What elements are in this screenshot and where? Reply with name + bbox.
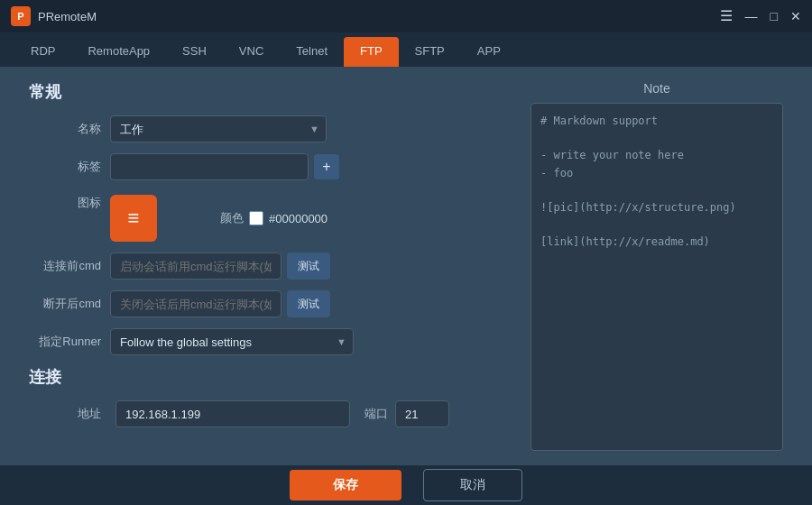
- tag-input[interactable]: [110, 153, 309, 180]
- icon-label: 图标: [29, 195, 101, 211]
- runner-row: 指定Runner Follow the global settings ▼: [29, 328, 509, 355]
- titlebar: P PRemoteM ☰ — □ ✕: [0, 0, 812, 32]
- address-label: 地址: [29, 406, 101, 422]
- pre-cmd-input[interactable]: [110, 252, 281, 280]
- color-swatch[interactable]: [249, 211, 263, 225]
- pre-cmd-row: 连接前cmd 测试: [29, 252, 509, 280]
- icon-row: 图标 ≡ 颜色 #00000000: [29, 191, 509, 242]
- connect-section: 连接 地址 端口: [29, 366, 509, 427]
- icon-glyph: ≡: [128, 207, 140, 230]
- tab-remoteapp[interactable]: RemoteApp: [71, 37, 166, 67]
- note-title: Note: [531, 81, 783, 96]
- tab-app[interactable]: APP: [461, 37, 517, 67]
- tab-telnet[interactable]: Telnet: [280, 37, 344, 67]
- port-input[interactable]: [395, 400, 449, 427]
- port-label: 端口: [364, 406, 388, 422]
- main-content: 常规 名称 工作 ▼ 标签 + 图标 ≡: [0, 67, 812, 465]
- maximize-button[interactable]: □: [770, 10, 778, 23]
- note-textarea[interactable]: [531, 103, 783, 451]
- color-label: 颜色: [171, 210, 244, 226]
- address-input[interactable]: [115, 400, 350, 427]
- minimize-button[interactable]: —: [745, 10, 758, 23]
- tab-sftp[interactable]: SFTP: [399, 37, 461, 67]
- pre-cmd-test-button[interactable]: 测试: [287, 252, 330, 280]
- add-tag-button[interactable]: +: [314, 154, 339, 179]
- runner-label: 指定Runner: [29, 334, 101, 350]
- name-select[interactable]: 工作: [110, 115, 327, 142]
- tag-row: 标签 +: [29, 153, 509, 180]
- name-label: 名称: [29, 121, 101, 137]
- tab-rdp[interactable]: RDP: [14, 37, 71, 67]
- runner-select-wrapper: Follow the global settings ▼: [110, 328, 354, 355]
- runner-select[interactable]: Follow the global settings: [110, 328, 354, 355]
- address-row: 地址 端口: [29, 400, 509, 427]
- tag-input-group: +: [110, 153, 339, 180]
- icon-preview[interactable]: ≡: [110, 195, 157, 242]
- app-logo: P: [11, 6, 31, 26]
- tab-ssh[interactable]: SSH: [166, 37, 223, 67]
- section-connect-title: 连接: [29, 366, 509, 388]
- app-title: PRemoteM: [38, 10, 720, 23]
- post-cmd-row: 断开后cmd 测试: [29, 290, 509, 317]
- name-row: 名称 工作 ▼: [29, 115, 509, 142]
- close-button[interactable]: ✕: [790, 10, 801, 23]
- cancel-button[interactable]: 取消: [423, 469, 522, 501]
- color-value: #00000000: [269, 212, 328, 225]
- menu-icon[interactable]: ☰: [720, 9, 733, 23]
- name-select-wrapper: 工作 ▼: [110, 115, 327, 142]
- section-general-title: 常规: [29, 81, 509, 103]
- window-controls: ☰ — □ ✕: [720, 9, 801, 23]
- pre-cmd-group: 测试: [110, 252, 330, 280]
- post-cmd-label: 断开后cmd: [29, 296, 101, 312]
- note-panel: Note: [531, 81, 783, 451]
- tab-vnc[interactable]: VNC: [223, 37, 280, 67]
- post-cmd-test-button[interactable]: 测试: [287, 290, 330, 317]
- tab-ftp[interactable]: FTP: [344, 37, 399, 67]
- post-cmd-group: 测试: [110, 290, 330, 317]
- tag-label: 标签: [29, 159, 101, 175]
- pre-cmd-label: 连接前cmd: [29, 258, 101, 274]
- port-group: 端口: [364, 400, 449, 427]
- left-panel: 常规 名称 工作 ▼ 标签 + 图标 ≡: [29, 81, 509, 451]
- color-group: 颜色 #00000000: [171, 210, 328, 226]
- post-cmd-input[interactable]: [110, 290, 281, 317]
- tabbar: RDP RemoteApp SSH VNC Telnet FTP SFTP AP…: [0, 32, 812, 67]
- footer: 保存 取消: [0, 465, 812, 505]
- save-button[interactable]: 保存: [290, 470, 401, 500]
- icon-group: ≡ 颜色 #00000000: [110, 195, 328, 242]
